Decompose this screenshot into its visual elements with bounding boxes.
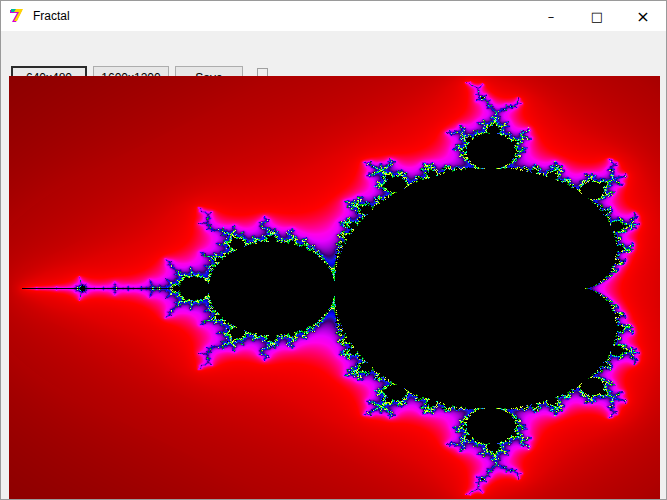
app-window: Fractal – □ × 640x480 1600x1200 Save	[0, 0, 667, 500]
titlebar: Fractal – □ ×	[1, 1, 666, 31]
window-controls: – □ ×	[528, 1, 666, 31]
fractal-view	[9, 76, 660, 500]
minimize-button[interactable]: –	[528, 1, 574, 31]
maximize-button[interactable]: □	[574, 1, 620, 31]
toolbar: 640x480 1600x1200 Save	[1, 31, 666, 76]
window-title: Fractal	[33, 1, 70, 31]
close-button[interactable]: ×	[620, 1, 666, 31]
fractal-canvas	[9, 76, 660, 500]
app-icon	[9, 8, 25, 24]
